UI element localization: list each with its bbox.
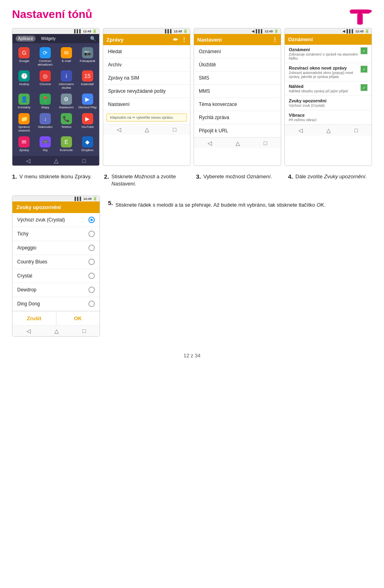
menu-url[interactable]: Připojit k URL bbox=[194, 124, 281, 138]
toggle-0[interactable]: ✓ bbox=[360, 47, 368, 54]
menu-spam[interactable]: Správce nevyžádané pošty bbox=[103, 85, 190, 98]
app-icon-img-yt: ▶ bbox=[82, 113, 93, 124]
home-icon-2[interactable]: △ bbox=[145, 126, 149, 133]
radio-item-1[interactable]: Tichý bbox=[12, 227, 100, 241]
svg-rect-1 bbox=[357, 14, 363, 24]
home-icon-3[interactable]: △ bbox=[236, 140, 240, 146]
app-icon-img-hodiny: 🕐 bbox=[18, 70, 30, 82]
app-obchod[interactable]: ▶ Obchod Play bbox=[77, 92, 98, 111]
back-icon-dialog[interactable]: ◁ bbox=[26, 328, 31, 334]
toggle-2[interactable]: ✓ bbox=[360, 84, 368, 91]
app-centrum[interactable]: ⟳ Centrum aktualizací bbox=[35, 46, 56, 68]
menu-mms[interactable]: MMS bbox=[194, 85, 281, 98]
nav-bar-4: ◁ △ □ bbox=[285, 125, 372, 136]
app-dropbox[interactable]: ◆ Dropbox bbox=[77, 135, 98, 153]
radio-item-2[interactable]: Arpeggio bbox=[12, 241, 100, 255]
app-kontakty[interactable]: 👤 Kontakty bbox=[14, 92, 34, 111]
radio-item-5[interactable]: Dewdrop bbox=[12, 283, 100, 297]
home-icon-dialog[interactable]: △ bbox=[54, 328, 59, 334]
app-nastaveni[interactable]: ⚙ Nastavení bbox=[56, 92, 77, 111]
recent-icon-2[interactable]: □ bbox=[173, 126, 176, 133]
compose-icon[interactable]: ✏ bbox=[173, 36, 178, 43]
menu-rychla[interactable]: Rychlá zpráva bbox=[194, 111, 281, 124]
dialog-title: Zvuky upozornění bbox=[12, 201, 100, 213]
oznam-title-2: Náhled bbox=[289, 84, 359, 89]
menu-hledat[interactable]: Hledat bbox=[103, 45, 190, 58]
oznam-desc-0: Zobrazuje oznámení o zprávě na stavovém … bbox=[289, 52, 359, 60]
nav-bar-dialog: ◁ △ □ bbox=[12, 325, 100, 336]
app-icon-img-ever: E bbox=[61, 136, 72, 147]
radio-item-0[interactable]: Výchozí zvuk (Crystal) bbox=[12, 213, 100, 227]
menu-sim[interactable]: Zprávy na SIM bbox=[103, 72, 190, 85]
app-stah[interactable]: ↓ Stahování bbox=[35, 112, 56, 134]
back-icon-4[interactable]: ◁ bbox=[298, 127, 303, 134]
radio-label-country-blues: Country Blues bbox=[17, 259, 47, 265]
app-soubory[interactable]: 📁 Správce souborů bbox=[14, 112, 34, 134]
step-num-4: 4. bbox=[288, 173, 293, 180]
back-icon[interactable]: ◁ bbox=[26, 157, 30, 164]
toggle-1[interactable]: ✓ bbox=[360, 66, 368, 73]
app-fotoaparat[interactable]: 📷 Fotoaparát bbox=[77, 46, 98, 68]
radio-label-4: Crystal bbox=[17, 273, 32, 279]
zpravy-icons: ✏ ⋮ bbox=[173, 36, 187, 43]
menu-nastaveni[interactable]: Nastavení bbox=[103, 98, 190, 111]
battery-dialog: 🔋 bbox=[93, 197, 97, 201]
radio-item-4[interactable]: Crystal bbox=[12, 269, 100, 283]
app-kalendar[interactable]: 15 Kalendář bbox=[77, 69, 98, 91]
app-zpravy[interactable]: ✉ Zprávy bbox=[14, 135, 34, 153]
radio-item-6[interactable]: Ding Dong bbox=[12, 297, 100, 311]
tmobile-logo bbox=[348, 7, 372, 27]
app-hry[interactable]: 🎮 Hry bbox=[35, 135, 56, 153]
steps-1-4: 1. V menu stisknete ikonu Zprávy. 2. Sti… bbox=[12, 173, 372, 187]
ok-button[interactable]: OK bbox=[56, 311, 100, 325]
app-chrome[interactable]: ◎ Chrome bbox=[35, 69, 56, 91]
more-icon[interactable]: ⋮ bbox=[181, 36, 187, 43]
back-icon-2[interactable]: ◁ bbox=[117, 126, 121, 133]
recent-icon-4[interactable]: □ bbox=[354, 127, 358, 134]
app-icon-img-mapy: 📍 bbox=[40, 94, 51, 105]
search-icon[interactable]: 🔍 bbox=[90, 36, 96, 42]
app-icon-img-kal: 15 bbox=[82, 70, 93, 82]
menu-sms[interactable]: SMS bbox=[194, 72, 281, 85]
step-num-5: 5. bbox=[108, 199, 113, 206]
menu-oznameni[interactable]: Oznámení bbox=[194, 45, 281, 58]
step-text-4: Dále zvolíte Zvuky upozornění. bbox=[296, 173, 367, 180]
app-icon-img-chrome: ◎ bbox=[40, 70, 51, 82]
home-icon-4[interactable]: △ bbox=[326, 127, 331, 134]
svg-point-2 bbox=[365, 10, 368, 13]
radio-label-5: Dewdrop bbox=[17, 287, 36, 293]
oznam-item-1: Rozvírací okno nové zprávy Zobrazit auto… bbox=[285, 63, 372, 82]
tab-aplikace[interactable]: Aplikace bbox=[16, 36, 36, 42]
nastaveni-content: Nastavení ⋮ Oznámení Úložiště SMS MMS Té… bbox=[194, 34, 281, 162]
recent-icon[interactable]: □ bbox=[82, 157, 86, 164]
menu-archiv[interactable]: Archív bbox=[103, 58, 190, 72]
dialog-buttons: Zrušit OK bbox=[12, 311, 100, 325]
app-telefon[interactable]: 📞 Telefon bbox=[56, 112, 77, 134]
menu-uloziste[interactable]: Úložiště bbox=[194, 58, 281, 72]
recent-icon-3[interactable]: □ bbox=[264, 140, 267, 146]
app-icon-img-foto: 📷 bbox=[82, 47, 93, 58]
app-icon-img-stah: ↓ bbox=[40, 113, 51, 124]
app-info[interactable]: i Informační služba bbox=[56, 69, 77, 91]
app-email[interactable]: ✉ E-mail bbox=[56, 46, 77, 68]
nav-bar-home: ◁ △ □ bbox=[12, 156, 99, 165]
tab-widgety[interactable]: Widgety bbox=[39, 36, 58, 42]
app-hodiny[interactable]: 🕐 Hodiny bbox=[14, 69, 34, 91]
step-text-1: V menu stisknete ikonu Zprávy. bbox=[20, 173, 92, 180]
recent-icon-dialog[interactable]: □ bbox=[82, 328, 86, 334]
more-icon-3[interactable]: ⋮ bbox=[272, 36, 278, 43]
back-icon-3[interactable]: ◁ bbox=[208, 140, 212, 146]
home-icon[interactable]: △ bbox=[54, 157, 58, 164]
menu-tema[interactable]: Téma konverzace bbox=[194, 98, 281, 111]
app-evernote[interactable]: E Evernote bbox=[56, 135, 77, 153]
app-icon-img-info: i bbox=[61, 70, 72, 82]
page-title: Nastavení tónů bbox=[12, 8, 372, 21]
app-google[interactable]: G Google bbox=[14, 46, 34, 68]
radio-item-country-blues[interactable]: Country Blues bbox=[12, 255, 100, 269]
oznameni-content: Oznámení Oznámení Zobrazuje oznámení o z… bbox=[285, 34, 372, 162]
home-screen-bg: Aplikace Widgety 🔍 G Google ⟳ Centrum ak… bbox=[12, 34, 99, 165]
cancel-button[interactable]: Zrušit bbox=[12, 311, 56, 325]
app-mapy[interactable]: 📍 Mapy bbox=[35, 92, 56, 111]
app-youtube[interactable]: ▶ YouTube bbox=[77, 112, 98, 134]
oznameni-top-bar: Oznámení bbox=[285, 34, 372, 45]
